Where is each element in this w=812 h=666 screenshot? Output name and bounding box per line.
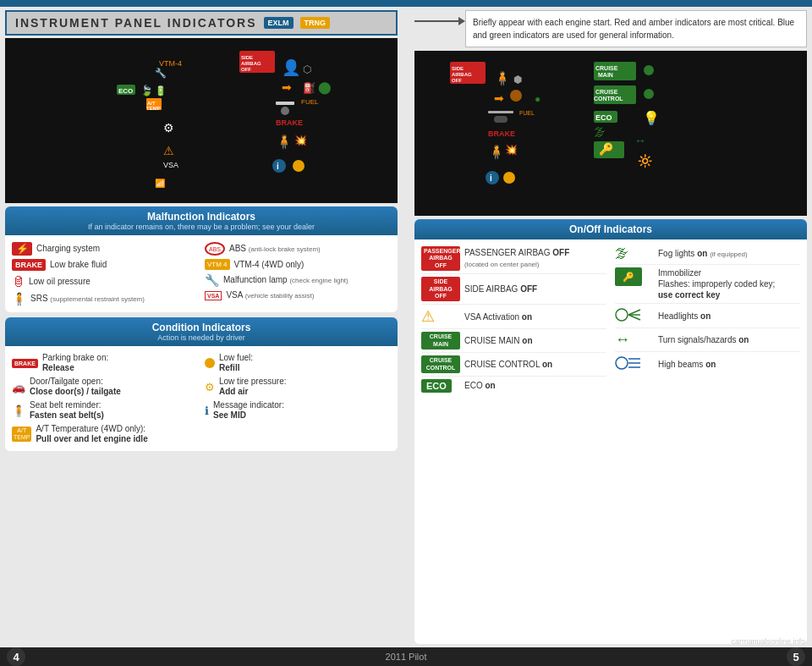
eco-icon: ECO xyxy=(421,379,460,393)
oil-icon: 🛢 xyxy=(12,274,25,289)
engine-item: 🔧 Malfunction lamp (check engine light) xyxy=(205,272,391,289)
svg-text:AIRBAG: AIRBAG xyxy=(452,72,472,77)
main-content: INSTRUMENT PANEL INDICATORS EXLM TRNG VT… xyxy=(0,7,812,647)
at-temp-item: A/TTEMP A/T Temperature (4WD only):Pull … xyxy=(12,422,198,446)
malfunction-section: Malfunction Indicators If an indicator r… xyxy=(5,206,398,312)
brake-label: Low brake fluid xyxy=(50,260,107,270)
svg-text:ECO: ECO xyxy=(118,87,133,95)
svg-point-48 xyxy=(486,171,499,184)
svg-text:BRAKE: BRAKE xyxy=(276,118,303,127)
badge-exlm: EXLM xyxy=(264,17,294,29)
svg-point-40 xyxy=(510,90,522,102)
svg-text:CONTROL: CONTROL xyxy=(594,96,623,102)
svg-text:💥: 💥 xyxy=(294,134,307,146)
svg-text:🧍: 🧍 xyxy=(488,144,505,160)
separator xyxy=(403,7,409,647)
abs-icon: ABS xyxy=(205,242,225,256)
onoff-right-items: 🌫 Fog lights on (if equipped) 🔑 Immobili… xyxy=(615,244,800,395)
svg-text:📶: 📶 xyxy=(155,178,166,189)
fog-onoff: 🌫 Fog lights on (if equipped) xyxy=(615,244,800,265)
svg-point-29 xyxy=(272,159,286,173)
svg-text:FUEL: FUEL xyxy=(519,110,535,116)
svg-text:⬢: ⬢ xyxy=(513,74,522,85)
oil-label: Low oil pressure xyxy=(29,277,91,287)
onoff-section: On/Off Indicators PASSENGERAIRBAGOFF PAS… xyxy=(414,219,807,644)
parking-brake-label: Parking brake on:Release xyxy=(42,353,108,373)
title-row: INSTRUMENT PANEL INDICATORS EXLM TRNG xyxy=(5,10,398,36)
vsa-activation-label: VSA Activation on xyxy=(464,311,532,322)
onoff-title: On/Off Indicators xyxy=(423,223,798,235)
svg-rect-23 xyxy=(276,102,294,105)
svg-rect-42 xyxy=(488,111,513,113)
svg-text:💥: 💥 xyxy=(505,143,518,156)
svg-text:⚠: ⚠ xyxy=(163,144,174,157)
side-airbag-onoff: SIDEAIRBAGOFF SIDE AIRBAG OFF xyxy=(421,274,606,305)
condition-items-left: BRAKE Parking brake on:Release 🚗 Door/Ta… xyxy=(12,351,198,446)
svg-text:VSA: VSA xyxy=(163,161,178,169)
fuel-icon xyxy=(205,358,215,368)
model-text: 2011 Pilot xyxy=(386,652,427,662)
svg-text:BRAKE: BRAKE xyxy=(488,129,515,138)
top-bar xyxy=(0,0,812,7)
svg-text:ECO: ECO xyxy=(595,113,612,122)
svg-text:⬤: ⬤ xyxy=(318,80,332,95)
message-icon: ℹ xyxy=(205,405,209,417)
watermark: carmanualsonline.info xyxy=(731,637,805,646)
dashboard-svg: VTM-4 🔧 ECO 🍃 🔋 A/T TEMP ⚙ ⚠ xyxy=(15,41,387,201)
tire-icon: ⚙ xyxy=(205,381,215,394)
malfunction-body: ⚡ Charging system BRAKE Low brake fluid … xyxy=(5,235,398,312)
dashboard-right-svg: SIDE AIRBAG OFF 🧍 ⬢ ➡ ● FUEL xyxy=(425,53,797,214)
cruise-control-label: CRUISE CONTROL on xyxy=(464,359,552,370)
condition-header: Condition Indicators Action is needed by… xyxy=(5,317,398,346)
svg-rect-0 xyxy=(15,41,387,201)
turn-signals-label: Turn signals/hazards on xyxy=(658,334,749,345)
headlights-icon xyxy=(615,306,654,325)
svg-text:🔆: 🔆 xyxy=(638,154,653,168)
immob-onoff: 🔑 ImmobilizerFlashes: improperly coded k… xyxy=(615,265,800,304)
onoff-grid: PASSENGERAIRBAGOFF PASSENGER AIRBAG OFF(… xyxy=(414,239,807,399)
srs-label: SRS (supplemental restraint system) xyxy=(30,294,145,304)
fuel-label: Low fuel:Refill xyxy=(219,353,253,373)
svg-text:⬡: ⬡ xyxy=(303,63,311,75)
vsa-activation-icon: ⚠ xyxy=(421,307,460,326)
onoff-left-items: PASSENGERAIRBAGOFF PASSENGER AIRBAG OFF(… xyxy=(421,244,606,395)
svg-text:➡: ➡ xyxy=(494,91,504,105)
engine-label: Malfunction lamp (check engine light) xyxy=(223,275,348,285)
svg-text:🧍: 🧍 xyxy=(494,70,511,86)
vtm4-label: VTM-4 (4WD only) xyxy=(234,260,304,270)
highbeam-label: High beams on xyxy=(658,359,716,370)
svg-point-50 xyxy=(503,172,515,184)
arrow-line-container xyxy=(414,17,465,25)
svg-text:MAIN: MAIN xyxy=(598,72,613,78)
highbeam-icon xyxy=(615,355,654,373)
at-temp-label: A/T Temperature (4WD only):Pull over and… xyxy=(36,424,147,444)
arrow-line xyxy=(414,20,458,22)
svg-text:TEMP: TEMP xyxy=(146,106,161,111)
svg-text:🍃: 🍃 xyxy=(140,84,153,96)
at-temp-icon: A/TTEMP xyxy=(12,427,31,441)
svg-text:VTM-4: VTM-4 xyxy=(159,59,182,68)
svg-text:FUEL: FUEL xyxy=(301,98,319,106)
arrow-area xyxy=(414,10,465,25)
oil-item: 🛢 Low oil pressure xyxy=(12,272,198,290)
svg-text:💡: 💡 xyxy=(643,110,660,126)
svg-text:CRUISE: CRUISE xyxy=(595,89,618,95)
svg-text:👤: 👤 xyxy=(282,58,301,77)
message-label: Message indicator:See MID xyxy=(213,400,284,421)
svg-text:i: i xyxy=(277,162,279,171)
svg-text:OFF: OFF xyxy=(452,78,462,83)
svg-text:CRUISE: CRUISE xyxy=(595,65,618,71)
fog-icon: 🌫 xyxy=(615,246,654,261)
svg-text:↔: ↔ xyxy=(634,134,646,147)
dashboard-right: SIDE AIRBAG OFF 🧍 ⬢ ➡ ● FUEL xyxy=(414,51,807,216)
passenger-airbag-icon: PASSENGERAIRBAGOFF xyxy=(421,246,460,271)
headlights-onoff: Headlights on xyxy=(615,304,800,328)
turn-signals-icon: ↔ xyxy=(615,331,654,349)
malfunction-title: Malfunction Indicators xyxy=(14,211,389,223)
message-item: ℹ Message indicator:See MID xyxy=(205,399,391,422)
condition-body: BRAKE Parking brake on:Release 🚗 Door/Ta… xyxy=(5,346,398,451)
svg-rect-43 xyxy=(494,116,508,123)
left-column: INSTRUMENT PANEL INDICATORS EXLM TRNG VT… xyxy=(0,7,403,647)
svg-point-31 xyxy=(293,160,304,172)
parking-brake-icon: BRAKE xyxy=(12,359,38,368)
